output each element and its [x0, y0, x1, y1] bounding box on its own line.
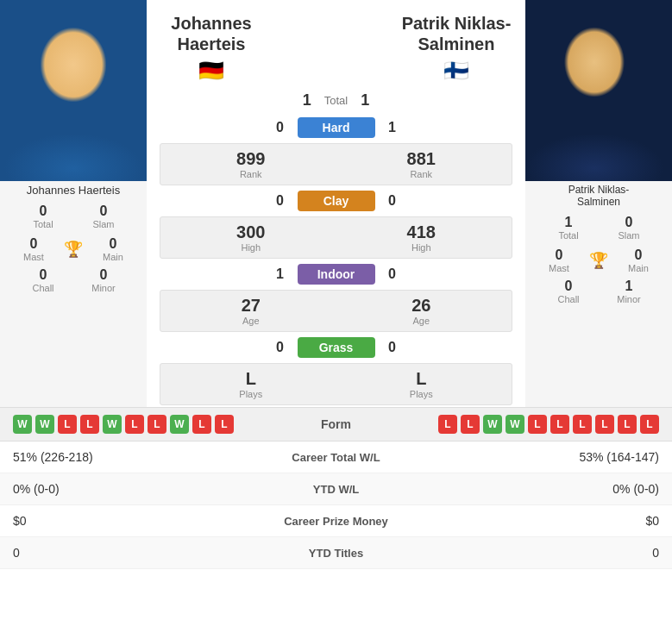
- right-form-badge: L: [640, 415, 659, 434]
- right-rank-lbl: Rank: [340, 169, 504, 179]
- career-wl-row: 51% (226-218) Career Total W/L 53% (164-…: [0, 442, 672, 473]
- right-stats-row3: 0 Chall 1 Minor: [534, 276, 663, 307]
- career-wl-label: Career Total W/L: [267, 451, 405, 464]
- right-stats-row1: 1 Total 0 Slam: [534, 210, 663, 245]
- center-right-player: Patrik Niklas-Salminen 🇫🇮: [400, 13, 512, 83]
- right-form-badge: L: [573, 415, 592, 434]
- right-minor-lbl: Minor: [607, 294, 650, 304]
- right-form-badge: L: [438, 415, 457, 434]
- left-form-badge: L: [80, 415, 99, 434]
- left-ytd-titles: 0: [13, 546, 267, 560]
- grass-left: 0: [272, 340, 289, 355]
- left-form-badge: L: [192, 415, 211, 434]
- indoor-right: 0: [384, 266, 401, 282]
- right-form-badge: W: [506, 415, 524, 434]
- form-section: WWLLWLLWLL Form LLWWLLLLLL: [0, 407, 672, 442]
- right-rank-val: 881: [340, 149, 504, 169]
- right-mast-stat: 0 Mast: [537, 247, 581, 273]
- center-right-name: Patrik Niklas-Salminen: [400, 13, 512, 54]
- right-ytd-wl: 0% (0-0): [405, 482, 660, 496]
- right-rank-block: 881 Rank: [340, 149, 504, 179]
- top-area: Johannes Haerteis 0 Total 0 Slam 0 Mast …: [0, 0, 672, 407]
- left-minor-stat: 0 Minor: [82, 267, 125, 293]
- prize-label: Career Prize Money: [267, 515, 405, 528]
- left-form-badge: L: [58, 415, 77, 434]
- right-player-name: Patrik Niklas-Salminen: [568, 181, 630, 210]
- left-form-badge: W: [13, 415, 32, 434]
- right-high-val: 418: [340, 222, 504, 242]
- left-flag: 🇩🇪: [160, 59, 263, 83]
- right-minor-stat: 1 Minor: [607, 279, 650, 304]
- center-rank-block: 899 Rank 881 Rank: [160, 143, 512, 185]
- right-high-lbl: High: [340, 242, 504, 253]
- indoor-row: 1 Indoor 0: [147, 260, 525, 288]
- right-plays-block: L Plays: [340, 369, 504, 399]
- right-ytd-titles: 0: [405, 546, 660, 560]
- right-stats-row2: 0 Mast 🏆 0 Main: [524, 245, 672, 276]
- total-left: 1: [303, 91, 311, 110]
- right-form-badge: L: [550, 415, 569, 434]
- left-minor-val: 0: [82, 267, 125, 283]
- left-mast-stat: 0 Mast: [12, 236, 55, 262]
- left-stats-row3: 0 Chall 0 Minor: [9, 265, 138, 296]
- form-label: Form: [285, 417, 388, 431]
- right-age-lbl: Age: [340, 316, 504, 326]
- left-player-photo: [0, 0, 147, 181]
- prize-row: $0 Career Prize Money $0: [0, 505, 672, 537]
- left-form-badge: W: [35, 415, 54, 434]
- right-total-lbl: Total: [547, 230, 590, 241]
- right-form-badge: L: [595, 415, 614, 434]
- left-rank-lbl: Rank: [169, 169, 333, 179]
- center-plays-block: L Plays L Plays: [160, 363, 512, 405]
- left-slam-lbl: Slam: [82, 219, 125, 229]
- clay-row: 0 Clay 0: [147, 187, 525, 215]
- right-main-val: 0: [617, 247, 660, 263]
- hard-button: Hard: [298, 117, 375, 138]
- hard-right: 1: [384, 120, 401, 135]
- right-main-stat: 0 Main: [617, 247, 660, 273]
- left-age-block: 27 Age: [169, 296, 333, 326]
- left-form-badge: W: [103, 415, 122, 434]
- left-slam-stat: 0 Slam: [82, 204, 125, 229]
- right-chall-val: 0: [547, 279, 590, 294]
- left-plays-lbl: Plays: [169, 389, 333, 399]
- left-prize: $0: [13, 514, 267, 528]
- right-slam-stat: 0 Slam: [607, 215, 650, 241]
- right-age-block: 26 Age: [340, 296, 504, 326]
- left-form-badge: L: [215, 415, 234, 434]
- left-mast-lbl: Mast: [12, 252, 55, 262]
- clay-left: 0: [272, 193, 289, 209]
- grass-row: 0 Grass 0: [147, 334, 525, 361]
- right-high-block: 418 High: [340, 222, 504, 253]
- total-row: 1 Total 1: [147, 87, 525, 114]
- indoor-button: Indoor: [298, 264, 375, 285]
- right-minor-val: 1: [607, 279, 650, 294]
- left-age-lbl: Age: [169, 316, 333, 326]
- right-mast-val: 0: [537, 247, 581, 263]
- center-column: JohannesHaerteis 🇩🇪 Patrik Niklas-Salmin…: [147, 0, 525, 407]
- hard-left: 0: [272, 120, 289, 135]
- center-age-block: 27 Age 26 Age: [160, 290, 512, 332]
- ytd-wl-label: YTD W/L: [267, 483, 405, 496]
- left-high-lbl: High: [169, 242, 333, 253]
- left-stats-row1: 0 Total 0 Slam: [9, 199, 138, 234]
- left-stats-row2: 0 Mast 🏆 0 Main: [0, 234, 148, 265]
- left-chall-stat: 0 Chall: [22, 267, 65, 293]
- left-rank-block: 899 Rank: [169, 149, 333, 179]
- center-high-block: 300 High 418 High: [160, 216, 512, 259]
- right-flag: 🇫🇮: [400, 59, 512, 83]
- right-slam-val: 0: [607, 215, 650, 230]
- left-mast-val: 0: [12, 236, 55, 252]
- ytd-titles-row: 0 YTD Titles 0: [0, 537, 672, 569]
- left-trophy-icon: 🏆: [64, 240, 83, 259]
- total-right: 1: [361, 91, 369, 110]
- left-player-name: Johannes Haerteis: [27, 181, 120, 199]
- right-form: LLWWLLLLLL: [388, 415, 660, 434]
- right-form-badge: W: [483, 415, 502, 434]
- left-age-val: 27: [169, 296, 333, 316]
- right-player-column: Patrik Niklas-Salminen 1 Total 0 Slam 0 …: [525, 0, 672, 407]
- left-total-lbl: Total: [22, 219, 65, 229]
- left-main-stat: 0 Main: [91, 236, 135, 262]
- right-form-badge: L: [528, 415, 547, 434]
- left-main-lbl: Main: [91, 252, 135, 262]
